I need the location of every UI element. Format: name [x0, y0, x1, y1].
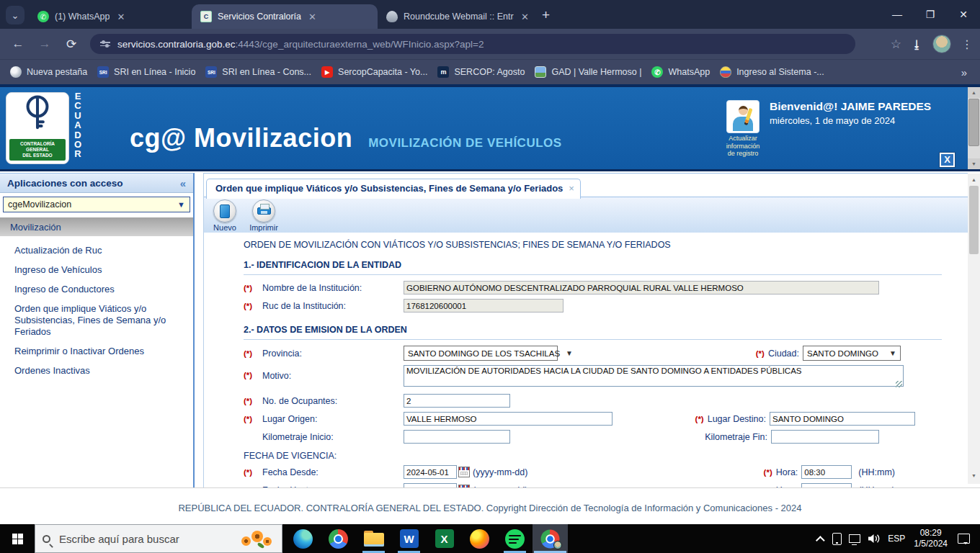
header-date: miércoles, 1 de mayo de 2024	[770, 115, 931, 126]
window-restore-button[interactable]: ❐	[914, 9, 947, 20]
header-scrollbar[interactable]: ▲ ▼	[968, 87, 980, 169]
sidebar-item-ingreso-conductores[interactable]: Ingreso de Conductores	[14, 284, 184, 295]
content-tab-close-icon[interactable]: ×	[569, 183, 574, 194]
motivo-textarea[interactable]: MOVILIZACIÓN DE AUTORIDADES HACIA LA CIU…	[404, 365, 904, 387]
browser-profile-avatar[interactable]	[932, 35, 951, 53]
bookmark-star-icon[interactable]: ☆	[891, 37, 901, 52]
new-tab-button[interactable]: +	[542, 7, 550, 23]
scroll-down-icon[interactable]: ▼	[968, 158, 980, 169]
sidebar-item-ingreso-vehiculos[interactable]: Ingreso de Vehículos	[14, 264, 184, 276]
back-button[interactable]: ←	[9, 37, 27, 51]
required-marker: (*)	[244, 397, 262, 405]
fecha-desde-input[interactable]	[404, 465, 457, 479]
search-icon	[43, 535, 50, 543]
print-button[interactable]: Imprimir	[247, 199, 280, 232]
language-indicator[interactable]: ESP	[888, 534, 905, 544]
bookmark-gad-valle-hermoso[interactable]: GAD | Valle Hermoso |	[535, 66, 641, 78]
content-panel: Orden que implique Viáticos y/o Subsiste…	[203, 173, 968, 487]
scroll-up-icon[interactable]: ▲	[968, 87, 980, 98]
sidebar-item-reimprimir-inactivar[interactable]: Reimprimir o Inactivar Ordenes	[14, 346, 184, 357]
downloads-icon[interactable]: ⭳	[912, 38, 922, 50]
nombre-institucion-input[interactable]	[404, 281, 879, 295]
content-tab-orden[interactable]: Orden que implique Viáticos y/o Subsiste…	[206, 179, 581, 199]
taskbar-firefox-icon[interactable]	[462, 524, 497, 553]
taskbar-chrome-icon[interactable]	[321, 524, 356, 553]
scroll-up-icon[interactable]: ▲	[968, 174, 980, 185]
sidebar-item-actualizacion-ruc[interactable]: Actualización de Ruc	[14, 245, 184, 256]
tab-servicios-contraloria[interactable]: C Servicios Contraloría ✕	[192, 4, 378, 29]
tab-close-icon[interactable]: ✕	[520, 12, 530, 22]
start-button[interactable]	[0, 524, 35, 553]
lugar-origen-input[interactable]	[404, 412, 612, 426]
ciudad-select[interactable]: SANTO DOMINGO ▼	[803, 346, 901, 361]
taskbar-spotify-icon[interactable]	[497, 524, 533, 553]
notification-center-icon[interactable]	[958, 534, 970, 544]
scrollbar-thumb[interactable]	[968, 99, 979, 146]
new-button[interactable]: Nuevo	[208, 199, 241, 232]
ocupantes-input[interactable]	[404, 394, 510, 408]
tab-title: Roundcube Webmail :: Entrada	[404, 12, 514, 22]
taskbar-explorer-icon[interactable]	[356, 524, 391, 553]
printer-icon	[257, 207, 271, 215]
tab-whatsapp[interactable]: ✆ (1) WhatsApp ✕	[29, 4, 192, 29]
hora-desde-input[interactable]	[801, 465, 852, 479]
chevron-down-icon: ⌄	[12, 10, 19, 21]
bookmark-nueva-pestana[interactable]: Nueva pestaña	[10, 66, 87, 78]
provincia-value: SANTO DOMINGO DE LOS TSACHILAS	[408, 349, 560, 358]
search-highlight-flowers-icon[interactable]	[237, 528, 277, 551]
bookmark-sri-inicio[interactable]: SRISRI en Línea - Inicio	[97, 66, 195, 78]
ruc-institucion-input[interactable]	[404, 299, 564, 313]
network-icon[interactable]	[849, 534, 860, 543]
scroll-down-icon[interactable]: ▼	[968, 470, 980, 481]
bookmark-sercop-agosto[interactable]: mSERCOP: Agosto	[437, 66, 525, 78]
ruc-institucion-label: Ruc de la Institución:	[262, 301, 404, 311]
bookmark-whatsapp[interactable]: ✆WhatsApp	[651, 66, 710, 78]
nombre-institucion-label: Nombre de la Institución:	[262, 283, 404, 293]
taskbar-chrome-active-window[interactable]	[533, 524, 568, 553]
content-scrollbar[interactable]: ▲ ▼	[968, 174, 980, 484]
sidebar-group-movilizacion[interactable]: Movilización	[0, 217, 193, 236]
sidebar-item-ordenes-inactivas[interactable]: Ordenes Inactivas	[14, 365, 184, 377]
taskbar-excel-icon[interactable]: X	[427, 524, 462, 553]
sri-icon: SRI	[205, 66, 217, 78]
screen: ⌄ ✆ (1) WhatsApp ✕ C Servicios Contralor…	[0, 0, 980, 553]
speaker-icon[interactable]	[868, 534, 881, 544]
ciudad-label: Ciudad:	[768, 349, 799, 359]
tray-expand-chevron-icon[interactable]	[819, 536, 825, 542]
taskbar-edge-icon[interactable]	[285, 524, 321, 553]
address-bar[interactable]: servicios.contraloria.gob.ec:4443/cge_ar…	[90, 34, 855, 54]
update-registration-avatar[interactable]	[726, 100, 760, 133]
firefox-icon	[470, 529, 489, 549]
tab-close-icon[interactable]: ✕	[307, 12, 318, 22]
tab-roundcube[interactable]: Roundcube Webmail :: Entrada ✕	[378, 4, 538, 29]
calendar-icon[interactable]	[458, 467, 470, 477]
vigencia-label: FECHA DE VIGENCIA:	[244, 451, 968, 461]
tablet-icon[interactable]	[832, 533, 842, 545]
window-minimize-button[interactable]: —	[881, 9, 914, 20]
bookmarks-overflow-icon[interactable]: »	[961, 66, 967, 78]
session-close-button[interactable]: X	[940, 153, 955, 167]
scrollbar-thumb[interactable]	[969, 186, 979, 254]
km-inicio-input[interactable]	[404, 430, 510, 444]
sidebar-item-orden-viaticos[interactable]: Orden que implique Viáticos y/o Subsiste…	[14, 303, 190, 338]
tab-search-button[interactable]: ⌄	[6, 6, 24, 24]
application-select[interactable]: cgeMovilizacion ▼	[3, 197, 190, 212]
taskbar-search[interactable]: Escribe aquí para buscar	[35, 524, 282, 553]
browser-menu-icon[interactable]: ⋮	[961, 37, 973, 51]
provincia-select[interactable]: SANTO DOMINGO DE LOS TSACHILAS ▼	[404, 346, 558, 361]
tab-close-icon[interactable]: ✕	[115, 12, 126, 22]
taskbar-word-icon[interactable]: W	[391, 524, 427, 553]
window-close-button[interactable]: ✕	[947, 9, 980, 20]
site-settings-icon[interactable]	[100, 42, 110, 46]
sidebar-collapse-icon[interactable]: «	[180, 177, 186, 189]
forward-button[interactable]: →	[36, 37, 53, 51]
taskbar-clock[interactable]: 08:29 1/5/2024	[914, 528, 948, 549]
bookmark-sercopcapacita[interactable]: ▶SercopCapacita - Yo...	[321, 66, 427, 78]
reload-button[interactable]: ⟳	[63, 37, 80, 52]
globe-icon	[10, 66, 22, 78]
bookmark-sri-consultas[interactable]: SRISRI en Línea - Cons...	[205, 66, 311, 78]
km-fin-input[interactable]	[771, 430, 879, 444]
lugar-destino-input[interactable]	[770, 412, 915, 426]
new-document-icon	[220, 204, 230, 218]
bookmark-ingreso-sistema[interactable]: Ingreso al Sistema -...	[720, 66, 824, 78]
